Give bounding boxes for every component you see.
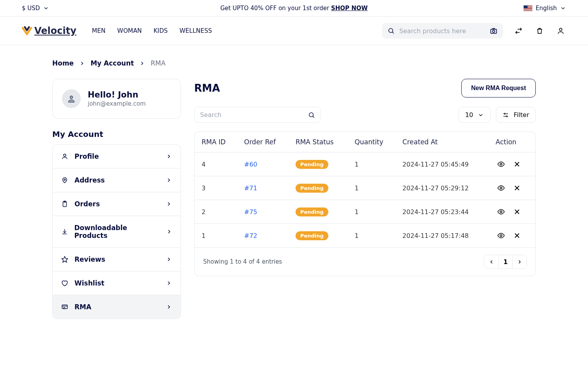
swap-icon [515, 27, 522, 35]
delete-button[interactable] [512, 183, 522, 193]
language-selector[interactable]: English [523, 5, 566, 12]
filter-button[interactable]: Filter [496, 107, 536, 123]
status-badge: Pending [296, 160, 328, 169]
svg-line-1 [392, 32, 393, 33]
view-button[interactable] [496, 230, 507, 241]
delete-button[interactable] [512, 230, 522, 241]
sidebar-item-label: Downloadable Products [74, 224, 159, 239]
svg-point-21 [500, 187, 502, 189]
order-link[interactable]: #60 [244, 161, 257, 168]
page-prev-button[interactable] [484, 255, 498, 268]
table-search-input[interactable] [200, 111, 304, 119]
promo-link[interactable]: SHOP NOW [331, 5, 368, 12]
order-link[interactable]: #75 [244, 208, 257, 216]
cell-id: 3 [195, 176, 239, 200]
header-search[interactable] [382, 23, 503, 39]
table-row: 3#71Pending12024-11-27 05:29:12 [195, 176, 535, 200]
sidebar-item-label: Reviews [74, 255, 105, 263]
svg-line-13 [313, 116, 314, 117]
svg-point-18 [500, 163, 502, 165]
table-search[interactable] [194, 107, 321, 123]
delete-button[interactable] [512, 159, 522, 169]
svg-point-24 [500, 211, 502, 213]
sidebar-item-orders[interactable]: Orders [53, 192, 181, 216]
svg-point-0 [389, 28, 393, 33]
table-footer: Showing 1 to 4 of 4 entries 1 [195, 247, 535, 276]
promo-banner: Get UPTO 40% OFF on your 1st order SHOP … [220, 5, 368, 12]
view-button[interactable] [496, 159, 507, 170]
user-placeholder-icon [67, 94, 76, 103]
col-created: Created At [397, 132, 490, 152]
chevron-right-icon [166, 304, 172, 310]
nav-men[interactable]: MEN [92, 27, 106, 34]
view-button[interactable] [496, 206, 507, 217]
sidebar-item-rma[interactable]: RMA [53, 295, 181, 319]
nav-woman[interactable]: WOMAN [117, 27, 142, 34]
search-icon [388, 27, 395, 34]
svg-point-12 [309, 113, 313, 117]
sidebar-item-label: Orders [74, 200, 100, 208]
chevron-right-icon [166, 280, 172, 286]
chevron-down-icon [560, 5, 566, 11]
nav-kids[interactable]: KIDS [154, 27, 168, 34]
order-link[interactable]: #72 [244, 232, 257, 239]
user-email: john@example.com [88, 100, 146, 107]
col-order: Order Ref [239, 132, 290, 152]
page-size-select[interactable]: 10 [459, 107, 491, 123]
brand-name: Velocity [34, 25, 76, 36]
sliders-icon [503, 112, 509, 118]
page-number-button[interactable]: 1 [498, 255, 512, 268]
compare-button[interactable] [513, 25, 524, 36]
search-input[interactable] [399, 27, 485, 35]
cell-id: 1 [195, 224, 239, 248]
svg-point-5 [70, 96, 73, 99]
cell-id: 4 [195, 152, 239, 176]
camera-icon[interactable] [490, 27, 498, 35]
eye-icon [497, 232, 505, 239]
svg-point-4 [560, 28, 562, 31]
chevron-right-icon [79, 60, 85, 66]
svg-point-17 [507, 115, 508, 117]
order-link[interactable]: #71 [244, 184, 257, 192]
bag-icon [536, 27, 544, 35]
chevron-down-icon [478, 112, 484, 118]
pagination: 1 [484, 255, 527, 269]
cart-button[interactable] [534, 25, 545, 36]
page-size-value: 10 [465, 111, 473, 119]
svg-rect-2 [491, 29, 497, 34]
account-button[interactable] [555, 25, 566, 36]
status-badge: Pending [296, 207, 328, 216]
chevron-right-icon [166, 229, 172, 235]
cell-id: 2 [195, 200, 239, 224]
sidebar-item-label: RMA [74, 303, 91, 311]
svg-point-27 [500, 235, 502, 237]
sidebar-item-wishlist[interactable]: Wishlist [53, 271, 181, 295]
breadcrumb-account[interactable]: My Account [90, 59, 134, 67]
delete-button[interactable] [512, 207, 522, 217]
currency-selector[interactable]: $ USD [22, 5, 49, 12]
clipboard-icon [61, 200, 68, 207]
user-icon [557, 27, 565, 35]
account-menu: Profile Address Orders Downloadable Prod… [52, 144, 181, 319]
cell-created: 2024-11-27 05:45:49 [397, 152, 490, 176]
table-row: 2#75Pending12024-11-27 05:23:44 [195, 200, 535, 224]
sidebar-item-address[interactable]: Address [53, 168, 181, 192]
sidebar-item-reviews[interactable]: Reviews [53, 248, 181, 271]
promo-text: Get UPTO 40% OFF on your 1st order [220, 5, 331, 12]
sidebar-item-downloads[interactable]: Downloadable Products [53, 216, 181, 248]
view-button[interactable] [496, 183, 507, 193]
user-card: Hello! John john@example.com [52, 79, 181, 119]
page-next-button[interactable] [512, 255, 526, 268]
breadcrumb-current: RMA [151, 59, 165, 67]
breadcrumb-home[interactable]: Home [52, 59, 74, 67]
svg-point-7 [64, 179, 66, 181]
table-row: 1#72Pending12024-11-27 05:17:48 [195, 224, 535, 248]
table-summary: Showing 1 to 4 of 4 entries [203, 258, 282, 265]
new-rma-button[interactable]: New RMA Request [461, 79, 536, 98]
brand-logo[interactable]: Velocity [22, 25, 76, 36]
logo-mark-icon [22, 26, 32, 36]
svg-marker-10 [62, 257, 68, 262]
nav-wellness[interactable]: WELLNESS [179, 27, 212, 34]
cell-created: 2024-11-27 05:23:44 [397, 200, 490, 224]
sidebar-item-profile[interactable]: Profile [53, 145, 181, 168]
